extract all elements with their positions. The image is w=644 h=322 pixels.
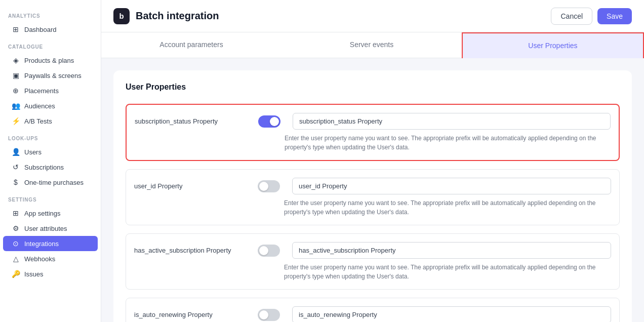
properties-list: subscription_status Property Enter the u… — [126, 104, 620, 322]
sidebar-item-placements[interactable]: ⊕ Placements — [3, 83, 98, 98]
property-hint-subscription_status: Enter the user property name you want to… — [285, 134, 611, 152]
sidebar: ANALYTICS ⊞ Dashboard CATALOGUE ◈ Produc… — [0, 0, 101, 322]
main-area: b Batch integration Cancel Save Account … — [101, 0, 644, 322]
page-title: Batch integration — [136, 10, 551, 22]
property-row-top: has_active_subscription Property — [134, 242, 611, 259]
dashboard-icon: ⊞ — [11, 25, 20, 33]
subscriptions-icon: ↺ — [11, 163, 20, 171]
placements-icon: ⊕ — [11, 87, 20, 95]
sidebar-item-issues[interactable]: 🔑 Issues — [3, 266, 98, 281]
ab-tests-icon: ⚡ — [11, 117, 20, 125]
tab-account-parameters[interactable]: Account parameters — [101, 32, 281, 58]
property-hint-user_id: Enter the user property name you want to… — [284, 198, 611, 217]
app-logo: b — [113, 8, 130, 24]
property-label-user_id: user_id Property — [134, 182, 246, 190]
property-label-subscription_status: subscription_status Property — [135, 117, 246, 125]
property-input-has_active_subscription[interactable] — [292, 242, 611, 259]
settings-section-label: SETTINGS — [0, 190, 101, 206]
sidebar-item-app-settings[interactable]: ⊞ App settings — [3, 206, 98, 221]
property-row-user_id: user_id Property Enter the user property… — [126, 169, 620, 225]
integrations-icon: ⊙ — [11, 239, 20, 248]
sidebar-item-audiences[interactable]: 👥 Audiences — [3, 98, 98, 113]
sidebar-item-one-time-purchases[interactable]: $ One-time purchases — [3, 175, 98, 190]
toggle-subscription_status[interactable] — [258, 115, 280, 128]
paywalls-icon: ▣ — [11, 71, 20, 79]
section-title: User Properties — [126, 83, 620, 92]
user-attributes-icon: ⚙ — [11, 224, 20, 232]
property-input-user_id[interactable] — [292, 178, 611, 194]
webhooks-icon: △ — [11, 255, 20, 263]
property-row-is_auto_renewing: is_auto_renewing Property Enter the user… — [126, 298, 620, 322]
content-area: User Properties subscription_status Prop… — [101, 58, 644, 322]
app-settings-icon: ⊞ — [11, 209, 20, 217]
sidebar-item-dashboard[interactable]: ⊞ Dashboard — [3, 22, 98, 37]
toggle-is_auto_renewing[interactable] — [258, 309, 280, 321]
property-row-top: subscription_status Property — [135, 113, 611, 130]
audiences-icon: 👥 — [11, 102, 20, 110]
sidebar-item-ab-tests[interactable]: ⚡ A/B Tests — [3, 113, 98, 129]
tab-server-events[interactable]: Server events — [281, 32, 462, 58]
products-icon: ◈ — [11, 56, 20, 64]
property-label-has_active_subscription: has_active_subscription Property — [134, 247, 246, 254]
tab-user-properties[interactable]: User Properties — [462, 32, 644, 58]
sidebar-item-integrations[interactable]: ⊙ Integrations — [3, 236, 98, 251]
tabs-bar: Account parameters Server events User Pr… — [101, 32, 644, 58]
property-input-subscription_status[interactable] — [293, 113, 611, 130]
sidebar-item-paywalls[interactable]: ▣ Paywalls & screens — [3, 68, 98, 83]
toggle-user_id[interactable] — [258, 180, 280, 192]
sidebar-item-user-attributes[interactable]: ⚙ User attributes — [3, 221, 98, 236]
property-row-top: is_auto_renewing Property — [134, 306, 611, 322]
cancel-button[interactable]: Cancel — [551, 8, 592, 25]
save-button[interactable]: Save — [597, 8, 632, 24]
lookups-section-label: LOOK-UPS — [0, 129, 101, 144]
analytics-section-label: ANALYTICS — [0, 6, 101, 22]
property-row-has_active_subscription: has_active_subscription Property Enter t… — [126, 233, 620, 290]
header-actions: Cancel Save — [551, 8, 632, 25]
sidebar-item-products-plans[interactable]: ◈ Products & plans — [3, 53, 98, 68]
property-label-is_auto_renewing: is_auto_renewing Property — [134, 311, 246, 318]
sidebar-item-subscriptions[interactable]: ↺ Subscriptions — [3, 159, 98, 175]
catalogue-section-label: CATALOGUE — [0, 37, 101, 53]
sidebar-item-users[interactable]: 👤 Users — [3, 144, 98, 159]
sidebar-item-webhooks[interactable]: △ Webhooks — [3, 251, 98, 266]
issues-icon: 🔑 — [11, 270, 20, 278]
users-icon: 👤 — [11, 148, 20, 156]
property-row-subscription_status: subscription_status Property Enter the u… — [126, 104, 620, 161]
toggle-has_active_subscription[interactable] — [258, 245, 280, 257]
content-card: User Properties subscription_status Prop… — [113, 70, 632, 322]
property-hint-has_active_subscription: Enter the user property name you want to… — [284, 263, 611, 281]
property-row-top: user_id Property — [134, 178, 611, 194]
page-header: b Batch integration Cancel Save — [101, 0, 644, 32]
property-input-is_auto_renewing[interactable] — [292, 306, 611, 322]
one-time-purchases-icon: $ — [11, 178, 20, 186]
